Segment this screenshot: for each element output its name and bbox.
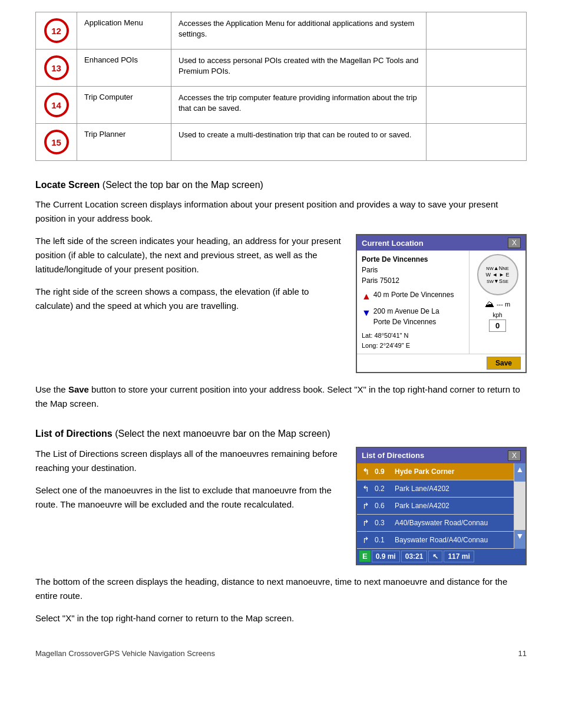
locate-left-text1: The left side of the screen indicates yo… (35, 234, 344, 276)
prev-arrow-icon: ▼ (362, 306, 371, 320)
table-row: 13 Enhanced POIs Used to access personal… (36, 50, 527, 87)
row-desc-cell: Accesses the trip computer feature provi… (171, 87, 427, 124)
row-icon-cell: 15 (36, 124, 77, 161)
footer-turn-icon: ↖ (428, 551, 442, 562)
footer-left: Magellan CrossoverGPS Vehicle Navigation… (35, 649, 215, 658)
screen-right: NW▲NNE W ◄ ► E SW▼SSE ⛰ --- m kph 0 (470, 251, 525, 354)
direction-dist: 0.6 (375, 502, 392, 510)
directions-two-col: The List of Directions screen displays a… (35, 447, 527, 565)
directions-para3: The bottom of the screen displays the he… (35, 575, 527, 603)
scroll-track (514, 482, 525, 530)
directions-scrollbar: ▲ ▼ (514, 463, 525, 549)
footer-time: 03:21 (401, 551, 428, 562)
locate-text-col: The left side of the screen indicates yo… (35, 234, 344, 373)
directions-list: ↰ 0.9 Hyde Park Corner ↰ 0.2 Park Lane/A… (357, 463, 514, 549)
row-badge: 13 (44, 55, 69, 80)
elevation-label: --- m (497, 301, 510, 308)
lat-display: Lat: 48°50'41" N (362, 331, 464, 341)
direction-name: Park Lane/A4202 (395, 485, 511, 493)
save-button[interactable]: Save (487, 357, 521, 370)
direction-arrow-icon: ↱ (359, 533, 372, 546)
directions-para4: Select "X" in the top right-hand corner … (35, 611, 527, 625)
direction-dist: 0.9 (375, 467, 392, 476)
speed-value: 0 (489, 319, 506, 332)
footer-label-e: E (359, 551, 371, 562)
next-street-info: 40 m Porte De Vincennes (373, 289, 454, 300)
screen-close-button[interactable]: X (508, 238, 521, 248)
row-image-cell (427, 12, 527, 50)
direction-name: Bayswater Road/A40/Connau (395, 536, 511, 544)
prev-street: Avenue De La (395, 307, 439, 315)
directions-screen-col: List of Directions X ↰ 0.9 Hyde Park Cor… (356, 447, 527, 565)
current-location-screen: Current Location X Porte De Vincennes Pa… (356, 234, 527, 373)
directions-heading-normal: (Select the next manoeuvre bar on the Ma… (113, 429, 330, 439)
directions-close-button[interactable]: X (508, 450, 521, 461)
directions-heading-bold: List of Directions (35, 429, 113, 439)
directions-title-bar: List of Directions X (357, 448, 525, 463)
direction-arrow-icon: ↱ (359, 516, 372, 529)
page-footer: Magellan CrossoverGPS Vehicle Navigation… (35, 649, 527, 658)
row-icon-cell: 14 (36, 87, 77, 124)
direction-name: A40/Bayswater Road/Connau (395, 519, 511, 527)
footer-total: 117 mi (444, 551, 474, 562)
table-row: 12 Application Menu Accesses the Applica… (36, 12, 527, 50)
screen-title-bar: Current Location X (357, 235, 525, 251)
row-badge: 14 (44, 93, 69, 117)
screen-left: Porte De Vincennes Paris Paris 75012 ▲ 4… (357, 251, 470, 354)
next-street-row: ▲ 40 m Porte De Vincennes (362, 289, 464, 304)
screen-body: Porte De Vincennes Paris Paris 75012 ▲ 4… (357, 251, 525, 354)
directions-title: List of Directions (362, 451, 424, 460)
location-line1: Porte De Vincennes (362, 254, 464, 265)
locate-para2: Use the Save button to store your curren… (35, 383, 527, 411)
direction-dist: 0.1 (375, 536, 392, 544)
row-image-cell (427, 87, 527, 124)
direction-dist: 0.3 (375, 519, 392, 527)
direction-row[interactable]: ↱ 0.3 A40/Bayswater Road/Connau (357, 515, 514, 532)
direction-row[interactable]: ↰ 0.2 Park Lane/A4202 (357, 480, 514, 498)
locate-heading: Locate Screen (Select the top bar on the… (35, 179, 527, 192)
row-badge: 12 (44, 18, 69, 43)
row-name-cell: Application Menu (77, 12, 171, 50)
locate-left-text2: The right side of the screen shows a com… (35, 285, 344, 313)
prev-street-info: 200 m Avenue De La Porte De Vincennes (373, 306, 439, 327)
row-icon-cell: 12 (36, 12, 77, 50)
next-street: Porte De Vincennes (391, 291, 454, 299)
directions-heading: List of Directions (Select the next mano… (35, 427, 527, 440)
save-bold: Save (68, 384, 89, 394)
direction-name: Park Lane/A4202 (395, 502, 511, 510)
direction-arrow-icon: ↱ (359, 499, 372, 512)
compass-display: NW▲NNE W ◄ ► E SW▼SSE (477, 254, 518, 295)
screen-footer: Save (357, 354, 525, 372)
row-badge: 15 (44, 130, 69, 154)
row-image-cell (427, 50, 527, 87)
direction-row[interactable]: ↱ 0.1 Bayswater Road/A40/Connau (357, 532, 514, 549)
direction-arrow-icon: ↰ (359, 482, 372, 495)
mountain-icon: ⛰ (485, 299, 494, 309)
row-name-cell: Trip Planner (77, 124, 171, 161)
scroll-up-button[interactable]: ▲ (514, 463, 525, 482)
prev-street2: Porte De Vincennes (373, 317, 439, 327)
locate-two-col: The left side of the screen indicates yo… (35, 234, 527, 373)
row-image-cell (427, 124, 527, 161)
row-icon-cell: 13 (36, 50, 77, 87)
locate-screen-col: Current Location X Porte De Vincennes Pa… (356, 234, 527, 373)
row-desc-cell: Used to access personal POIs created wit… (171, 50, 427, 87)
table-row: 15 Trip Planner Used to create a multi-d… (36, 124, 527, 161)
location-line2: Paris (362, 265, 464, 275)
footer-dist: 0.9 mi (372, 551, 400, 562)
table-row: 14 Trip Computer Accesses the trip compu… (36, 87, 527, 124)
direction-arrow-icon: ↰ (359, 465, 372, 478)
footer-page-number: 11 (518, 649, 527, 658)
features-table: 12 Application Menu Accesses the Applica… (35, 12, 527, 161)
speed-label: kph (492, 312, 502, 318)
prev-dist: 200 m (373, 307, 393, 315)
location-line3: Paris 75012 (362, 275, 464, 286)
directions-screen: List of Directions X ↰ 0.9 Hyde Park Cor… (356, 447, 527, 565)
locate-heading-bold: Locate Screen (35, 180, 100, 190)
locate-heading-normal: (Select the top bar on the Map screen) (100, 180, 263, 190)
direction-row[interactable]: ↱ 0.6 Park Lane/A4202 (357, 498, 514, 515)
scroll-down-button[interactable]: ▼ (514, 530, 525, 548)
direction-row[interactable]: ↰ 0.9 Hyde Park Corner (357, 463, 514, 480)
next-dist: 40 m (373, 291, 389, 299)
directions-list-area: ↰ 0.9 Hyde Park Corner ↰ 0.2 Park Lane/A… (357, 463, 525, 549)
